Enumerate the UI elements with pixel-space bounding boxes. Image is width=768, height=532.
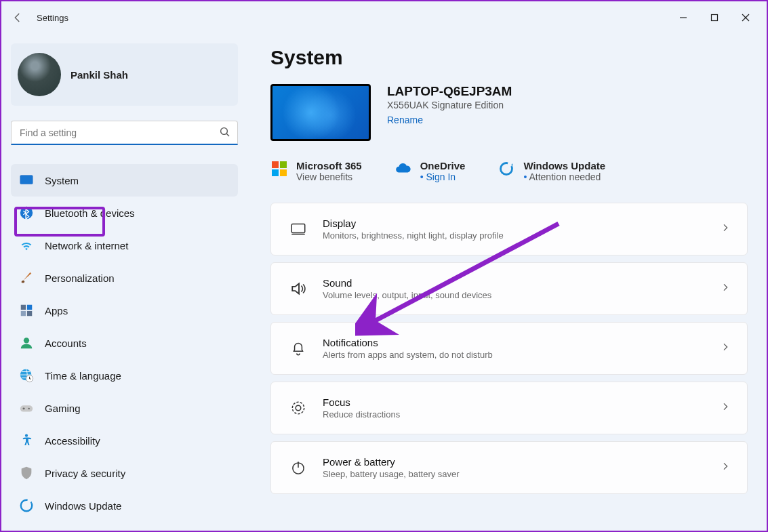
- device-name: LAPTOP-Q6EJP3AM: [387, 84, 512, 99]
- card-sub: Volume levels, output, input, sound devi…: [323, 290, 720, 300]
- maximize-button[interactable]: [699, 1, 730, 34]
- settings-cards: Display Monitors, brightness, night ligh…: [270, 203, 748, 494]
- nav-item-label: Accessibility: [45, 435, 100, 447]
- profile-name: Pankil Shah: [70, 69, 128, 81]
- nav-item-label: Accounts: [45, 337, 87, 349]
- search-input[interactable]: [11, 121, 238, 145]
- gaming-icon: [19, 401, 34, 415]
- svg-point-13: [24, 337, 29, 343]
- rename-link[interactable]: Rename: [387, 115, 512, 125]
- nav-item-network[interactable]: Network & internet: [11, 229, 238, 262]
- close-button[interactable]: [730, 1, 761, 34]
- nav-item-time[interactable]: Time & language: [11, 359, 238, 392]
- svg-rect-11: [21, 311, 26, 316]
- nav-item-label: Time & language: [45, 370, 121, 382]
- svg-rect-6: [20, 176, 33, 184]
- chevron-right-icon: [720, 222, 731, 236]
- avatar: [18, 53, 61, 96]
- quick-title: Microsoft 365: [296, 160, 362, 171]
- svg-rect-16: [20, 405, 33, 411]
- system-icon: [19, 173, 34, 188]
- search-icon: [219, 126, 231, 141]
- window-controls: [668, 1, 761, 34]
- svg-point-24: [292, 402, 304, 413]
- quick-title: OneDrive: [420, 160, 466, 171]
- nav-item-windows-update[interactable]: Windows Update: [11, 489, 238, 522]
- card-power[interactable]: Power & battery Sleep, battery usage, ba…: [270, 441, 748, 494]
- svg-point-18: [28, 408, 29, 409]
- sidebar: Pankil Shah System Bluetooth & devices N…: [1, 34, 249, 531]
- card-title: Sound: [323, 277, 720, 289]
- quick-tiles: Microsoft 365 View benefits OneDrive • S…: [270, 160, 748, 182]
- profile-card[interactable]: Pankil Shah: [11, 43, 238, 106]
- svg-rect-12: [27, 311, 32, 316]
- card-focus[interactable]: Focus Reduce distractions: [270, 382, 748, 434]
- main-content: System LAPTOP-Q6EJP3AM X556UAK Signature…: [249, 34, 767, 531]
- maximize-icon: [710, 14, 719, 22]
- power-icon: [285, 454, 312, 481]
- minimize-button[interactable]: [668, 1, 699, 34]
- window-title: Settings: [37, 13, 68, 23]
- nav-item-accessibility[interactable]: Accessibility: [11, 424, 238, 457]
- svg-line-5: [226, 134, 229, 136]
- bell-icon: [285, 335, 312, 362]
- shield-icon: [19, 466, 34, 480]
- card-notifications[interactable]: Notifications Alerts from apps and syste…: [270, 322, 748, 375]
- title-bar: Settings: [1, 1, 767, 34]
- accessibility-icon: [19, 433, 34, 448]
- minimize-icon: [679, 14, 687, 22]
- apps-icon: [19, 303, 34, 318]
- nav-item-label: Windows Update: [45, 500, 121, 512]
- device-model: X556UAK Signature Edition: [387, 100, 512, 110]
- nav-item-personalization[interactable]: Personalization: [11, 262, 238, 294]
- card-sub: Reduce distractions: [323, 409, 720, 420]
- quick-onedrive[interactable]: OneDrive • Sign In: [395, 160, 466, 182]
- nav-item-accounts[interactable]: Accounts: [11, 327, 238, 359]
- svg-rect-1: [712, 15, 718, 21]
- svg-point-25: [296, 405, 301, 411]
- nav-item-label: Network & internet: [45, 240, 128, 251]
- quick-sub: • Attention needed: [523, 171, 605, 182]
- card-title: Notifications: [323, 337, 720, 348]
- nav-item-label: Bluetooth & devices: [45, 207, 135, 219]
- svg-point-8: [20, 207, 33, 219]
- nav-item-bluetooth[interactable]: Bluetooth & devices: [11, 197, 238, 229]
- quick-windows-update[interactable]: Windows Update • Attention needed: [498, 160, 605, 182]
- chevron-right-icon: [720, 401, 731, 415]
- nav-item-label: Personalization: [45, 272, 115, 284]
- quick-ms365[interactable]: Microsoft 365 View benefits: [270, 160, 362, 182]
- card-display[interactable]: Display Monitors, brightness, night ligh…: [270, 203, 748, 255]
- card-sub: Sleep, battery usage, battery saver: [323, 469, 720, 479]
- device-thumbnail: [270, 84, 371, 141]
- search-wrap: [11, 121, 238, 145]
- person-icon: [19, 335, 34, 350]
- update-refresh-icon: [498, 160, 515, 178]
- card-title: Display: [323, 218, 720, 229]
- card-sub: Monitors, brightness, night light, displ…: [323, 230, 720, 241]
- card-title: Power & battery: [323, 456, 720, 468]
- card-sound[interactable]: Sound Volume levels, output, input, soun…: [270, 262, 748, 315]
- svg-point-19: [25, 434, 28, 437]
- card-title: Focus: [323, 396, 720, 408]
- quick-sub: • Sign In: [420, 171, 466, 182]
- nav-item-apps[interactable]: Apps: [11, 294, 238, 327]
- nav-item-privacy[interactable]: Privacy & security: [11, 457, 238, 489]
- update-icon: [19, 498, 34, 513]
- close-icon: [742, 14, 750, 22]
- svg-point-21: [501, 163, 512, 175]
- nav-item-system[interactable]: System: [11, 164, 238, 197]
- nav: System Bluetooth & devices Network & int…: [11, 164, 238, 522]
- svg-rect-9: [21, 305, 26, 310]
- card-sub: Alerts from apps and system, do not dist…: [323, 350, 720, 360]
- nav-item-label: Privacy & security: [45, 468, 125, 479]
- chevron-right-icon: [720, 342, 731, 355]
- nav-item-gaming[interactable]: Gaming: [11, 392, 238, 424]
- microsoft-logo-icon: [270, 160, 288, 178]
- back-arrow-icon: [12, 12, 24, 24]
- nav-item-label: Apps: [45, 305, 68, 316]
- quick-sub: View benefits: [296, 171, 362, 182]
- svg-point-20: [21, 500, 33, 512]
- globe-clock-icon: [19, 368, 34, 383]
- back-button[interactable]: [7, 7, 28, 28]
- chevron-right-icon: [720, 282, 731, 295]
